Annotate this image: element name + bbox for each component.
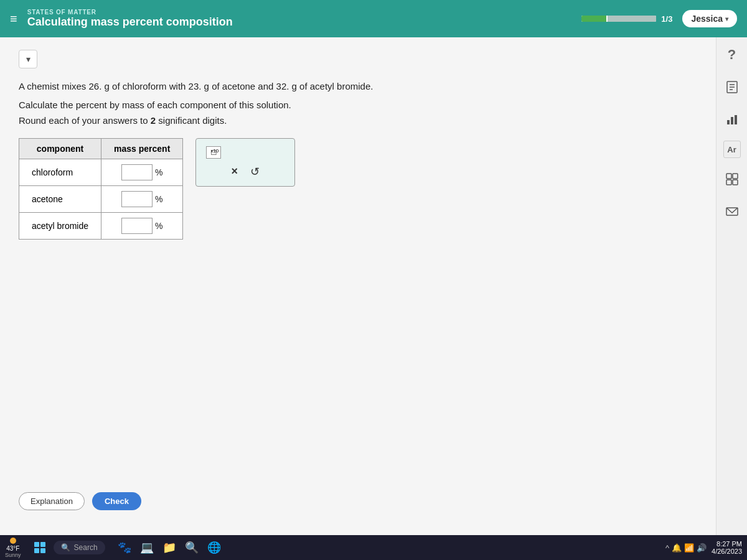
collapse-button[interactable]: ▾ — [19, 50, 37, 68]
windows-logo — [34, 542, 45, 553]
search-label: Search — [74, 543, 98, 552]
taskbar-volume-icon[interactable]: 🔊 — [697, 543, 707, 553]
taskbar-weather: 43°F Sunny — [5, 538, 21, 558]
progress-bar — [581, 16, 656, 22]
explanation-button[interactable]: Explanation — [19, 492, 85, 510]
header-title-block: STATES OF MATTER Calculating mass percen… — [27, 9, 233, 29]
svg-rect-4 — [727, 120, 730, 124]
header-right: 1/3 Jessica ▾ — [581, 10, 737, 27]
weather-desc: Sunny — [5, 552, 21, 558]
progress-label: 1/3 — [661, 14, 672, 24]
header: ≡ STATES OF MATTER Calculating mass perc… — [0, 0, 747, 37]
fraction-popup-toolbar: □ x10 — [206, 146, 284, 159]
progress-container: 1/3 — [581, 14, 672, 24]
win-sq-4 — [40, 548, 45, 553]
taskbar-app-3[interactable]: 📁 — [160, 538, 179, 557]
mass-percent-chloroform: % — [101, 159, 183, 185]
col-component-header: component — [19, 138, 101, 159]
taskbar-right: ^ 🔔 📶 🔊 8:27 PM 4/26/2023 — [665, 540, 742, 555]
periodic-table-icon[interactable] — [721, 168, 743, 190]
help-icon[interactable]: ? — [721, 44, 743, 66]
chevron-down-icon: ▾ — [725, 16, 728, 22]
acetyl-bromide-input[interactable] — [121, 218, 153, 234]
weather-icon — [10, 538, 16, 544]
taskbar-app-2[interactable]: 💻 — [138, 538, 156, 557]
acetyl-bromide-percent-label: % — [155, 221, 162, 231]
win-sq-3 — [34, 548, 39, 553]
content-area: ▾ A chemist mixes 26. g of chloroform wi… — [0, 37, 716, 535]
taskbar-apps: 🐾 💻 📁 🔍 🌐 — [115, 538, 223, 557]
fraction-popup: □ x10 × ↺ — [195, 138, 295, 187]
taskbar: 43°F Sunny 🔍 Search 🐾 💻 📁 🔍 🌐 ^ 🔔 📶 🔊 — [0, 535, 747, 560]
table-row: acetyl bromide % — [19, 212, 183, 239]
date-display: 4/26/2023 — [712, 548, 742, 555]
chevron-down-icon: ▾ — [26, 54, 31, 64]
popup-actions: × ↺ — [206, 165, 284, 179]
taskbar-app-1[interactable]: 🐾 — [115, 538, 134, 557]
answer-table: component mass percent chloroform % — [19, 138, 183, 240]
col-masspercent-header: mass percent — [101, 138, 183, 159]
svg-rect-9 — [726, 180, 731, 185]
svg-rect-6 — [735, 115, 737, 124]
acetone-percent-label: % — [155, 194, 162, 204]
time-display: 8:27 PM — [712, 540, 742, 548]
question-line1: A chemist mixes 26. g of chloroform with… — [19, 78, 697, 95]
mass-percent-acetyl-bromide: % — [101, 212, 183, 239]
frac-sup-label: x10 — [210, 148, 218, 154]
bottom-bar: Explanation Check — [19, 492, 141, 510]
table-row: acetone % — [19, 185, 183, 212]
notes-icon[interactable] — [721, 76, 743, 98]
check-button[interactable]: Check — [92, 492, 141, 510]
taskbar-wifi-icon[interactable]: 📶 — [684, 543, 694, 553]
chloroform-percent-label: % — [155, 167, 162, 177]
windows-start-button[interactable] — [31, 539, 49, 556]
user-name: Jessica — [691, 14, 723, 24]
svg-rect-10 — [733, 180, 738, 185]
weather-temp: 43°F — [6, 545, 19, 552]
component-chloroform: chloroform — [19, 159, 101, 185]
table-row: chloroform % — [19, 159, 183, 185]
sig-digits: 2 — [151, 115, 156, 126]
header-title: Calculating mass percent composition — [27, 16, 233, 29]
right-sidebar: ? Ar — [716, 37, 747, 535]
mail-icon[interactable] — [721, 200, 743, 223]
taskbar-app-4[interactable]: 🔍 — [182, 538, 201, 557]
component-acetone: acetone — [19, 185, 101, 212]
stats-icon[interactable] — [721, 108, 743, 131]
popup-undo-button[interactable]: ↺ — [250, 165, 260, 179]
svg-rect-5 — [731, 117, 733, 124]
question-line3: Round each of your answers to 2 signific… — [19, 115, 697, 126]
progress-empty — [608, 16, 657, 22]
svg-rect-7 — [726, 174, 731, 179]
menu-icon[interactable]: ≡ — [10, 12, 17, 26]
taskbar-search[interactable]: 🔍 Search — [54, 541, 105, 554]
taskbar-system-icons: ^ 🔔 📶 🔊 — [665, 543, 707, 553]
reference-icon[interactable]: Ar — [723, 141, 741, 158]
taskbar-notification-icon[interactable]: 🔔 — [672, 543, 682, 553]
main-content: ▾ A chemist mixes 26. g of chloroform wi… — [0, 37, 747, 535]
popup-close-button[interactable]: × — [232, 165, 238, 178]
acetone-input[interactable] — [121, 191, 153, 207]
search-icon: 🔍 — [61, 543, 70, 552]
taskbar-chevron-icon[interactable]: ^ — [665, 543, 669, 553]
chloroform-input[interactable] — [121, 164, 153, 180]
answer-table-wrapper: component mass percent chloroform % — [19, 138, 697, 240]
fraction-button[interactable]: □ x10 — [206, 146, 221, 159]
header-subtitle: STATES OF MATTER — [27, 9, 233, 16]
question-line2: Calculate the percent by mass of each co… — [19, 100, 697, 110]
mass-percent-acetone: % — [101, 185, 183, 212]
svg-rect-8 — [733, 174, 738, 179]
win-sq-1 — [34, 542, 39, 547]
taskbar-app-5[interactable]: 🌐 — [205, 538, 223, 557]
user-badge[interactable]: Jessica ▾ — [682, 10, 737, 27]
progress-filled — [581, 16, 606, 22]
component-acetyl-bromide: acetyl bromide — [19, 212, 101, 239]
win-sq-2 — [40, 542, 45, 547]
taskbar-time: 8:27 PM 4/26/2023 — [712, 540, 742, 555]
